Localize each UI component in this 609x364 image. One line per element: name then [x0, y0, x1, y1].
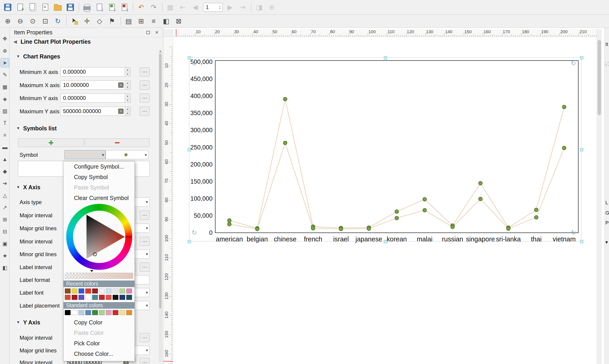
color-swatch[interactable] — [126, 288, 132, 293]
add-fixed-table-icon[interactable]: ⊟ — [1, 227, 9, 236]
pan-layout-icon[interactable]: ✥ — [1, 34, 9, 43]
menu-item-configure-symbol[interactable]: Configure Symbol... — [64, 161, 134, 172]
selection-handle[interactable] — [580, 240, 583, 243]
minimum-x-axis-spinbox[interactable]: ▴▾ — [61, 67, 131, 77]
opacity-slider[interactable] — [65, 271, 133, 279]
menu-item-choose-color[interactable]: Choose Color... — [64, 349, 134, 359]
zoom-out-icon[interactable]: ⊖ — [14, 15, 26, 27]
first-page-icon[interactable]: ⇤ — [177, 1, 189, 13]
add-shape-icon[interactable]: ◆ — [1, 167, 9, 176]
color-swatch[interactable] — [72, 295, 77, 300]
color-swatch[interactable] — [65, 310, 71, 315]
data-defined-override-button[interactable]: ⋯ — [140, 211, 149, 220]
color-swatch[interactable] — [65, 295, 71, 300]
dock-tab-pages[interactable]: Pa — [605, 220, 609, 226]
raise-items-icon[interactable]: ▤ — [123, 15, 134, 27]
selection-handle[interactable] — [188, 148, 191, 151]
color-swatch[interactable] — [106, 310, 111, 315]
section-chart-ranges[interactable]: ▼ Chart Ranges — [10, 52, 155, 61]
dock-tab-guides[interactable]: Gu — [605, 210, 609, 216]
color-swatch[interactable] — [92, 288, 98, 293]
color-swatch[interactable] — [113, 310, 118, 315]
spinbox-arrows[interactable]: ▴▾ — [124, 107, 130, 116]
symbol-marker-dropdown[interactable]: ▾ — [106, 150, 148, 159]
add-frame-icon[interactable]: ▣ — [1, 239, 9, 248]
color-swatch[interactable] — [119, 310, 125, 315]
zoom-actual-icon[interactable]: ⊙ — [27, 15, 39, 27]
color-swatch[interactable] — [72, 288, 77, 293]
line-chart-item[interactable]: 050,000100,000150,000200,000250,000300,0… — [189, 58, 582, 241]
add-3d-map-icon[interactable]: ◈ — [1, 94, 9, 104]
undo-icon[interactable]: ↶ — [135, 1, 147, 13]
color-swatch[interactable] — [99, 295, 105, 300]
save-project-icon[interactable] — [2, 1, 14, 13]
export-pdf-icon[interactable] — [119, 1, 130, 13]
color-swatch[interactable] — [72, 310, 77, 315]
data-defined-override-button[interactable]: ⋯ — [140, 93, 149, 103]
rotate-handle-icon[interactable]: ↻ — [192, 60, 197, 67]
data-defined-override-button[interactable]: ⋯ — [140, 333, 149, 342]
color-swatch[interactable] — [85, 288, 91, 293]
export-svg-icon[interactable] — [106, 1, 118, 13]
move-content-icon[interactable]: ✛ — [81, 15, 93, 27]
save-icon[interactable] — [64, 1, 76, 13]
symbol-color-dropdown[interactable]: ▾ — [64, 150, 106, 159]
lock-items-icon[interactable]: ⊠ — [173, 15, 185, 27]
add-elevation-icon[interactable]: ◧ — [1, 263, 9, 272]
back-arrow-icon[interactable]: ◀ — [13, 39, 17, 44]
selection-handle[interactable] — [384, 240, 387, 243]
remove-symbol-button[interactable] — [85, 138, 149, 147]
rotate-handle-icon[interactable]: ↻ — [571, 60, 576, 67]
color-swatch[interactable] — [119, 288, 125, 293]
menu-item-pick-color[interactable]: Pick Color — [64, 338, 134, 349]
menu-item-clear-current-symbol[interactable]: Clear Current Symbol — [64, 193, 134, 203]
print-icon[interactable] — [81, 1, 93, 13]
panel-scrollbar[interactable]: ▲ — [159, 50, 162, 363]
data-defined-override-button[interactable]: ⋯ — [140, 80, 149, 90]
selection-handle[interactable] — [188, 240, 191, 243]
add-plot-icon[interactable]: ↗ — [1, 203, 9, 212]
color-swatch[interactable] — [79, 288, 84, 293]
add-marker-icon[interactable]: ★ — [1, 251, 9, 260]
spinbox-arrows[interactable]: ▴▾ — [124, 94, 130, 102]
section-symbols-list[interactable]: ▼ Symbols list — [10, 124, 155, 133]
color-swatch[interactable] — [113, 288, 118, 293]
color-swatch[interactable] — [106, 295, 111, 300]
maximum-x-axis-spinbox[interactable]: ✕ ▴▾ — [61, 80, 131, 90]
canvas-scrollbar[interactable] — [597, 29, 602, 364]
edit-nodes-icon[interactable]: ✎ — [1, 70, 9, 79]
dock-tab-layers[interactable]: L — [605, 200, 608, 206]
maximum-x-axis-value[interactable] — [61, 82, 118, 88]
open-icon[interactable] — [52, 1, 64, 13]
select-move-item-icon[interactable] — [68, 15, 80, 27]
duplicate-layout-icon[interactable] — [27, 1, 39, 13]
add-table-icon[interactable]: ⊞ — [1, 215, 9, 224]
edit-nodes-icon[interactable]: ◇ — [93, 15, 105, 27]
menu-item-copy-symbol[interactable]: Copy Symbol — [64, 172, 134, 182]
data-defined-override-button[interactable]: ⋯ — [140, 262, 149, 272]
preview-mode-icon[interactable]: ◨ — [253, 1, 265, 13]
selection-handle[interactable] — [580, 56, 583, 59]
color-swatch[interactable] — [106, 288, 111, 293]
page-spinner[interactable]: ▴▾ — [217, 5, 223, 10]
add-symbol-button[interactable] — [18, 138, 84, 147]
clear-value-icon[interactable]: ✕ — [118, 108, 124, 114]
page-number-value[interactable] — [203, 4, 216, 11]
saturation-triangle[interactable] — [66, 204, 132, 270]
maximum-y-axis-value[interactable] — [61, 108, 118, 115]
zoom-in-icon[interactable]: ⊕ — [2, 15, 14, 27]
data-defined-override-button[interactable]: ⋯ — [140, 237, 149, 246]
dock-tab-items[interactable]: It — [605, 41, 608, 47]
selection-handle[interactable] — [580, 148, 583, 151]
clear-value-icon[interactable]: ✕ — [118, 82, 124, 88]
group-items-icon[interactable]: ⊞ — [135, 15, 147, 27]
minimum-x-axis-value[interactable] — [61, 69, 124, 75]
data-defined-override-button[interactable]: ⋯ — [140, 358, 149, 364]
export-image-icon[interactable] — [93, 1, 105, 13]
color-swatch[interactable] — [99, 310, 105, 315]
color-swatch[interactable] — [99, 288, 105, 293]
rotate-handle-icon[interactable]: ↻ — [192, 229, 197, 236]
color-swatch[interactable] — [119, 295, 125, 300]
menu-item-copy-color[interactable]: Copy Color — [64, 317, 134, 328]
add-pages-icon[interactable]: ⚑ — [106, 15, 118, 27]
